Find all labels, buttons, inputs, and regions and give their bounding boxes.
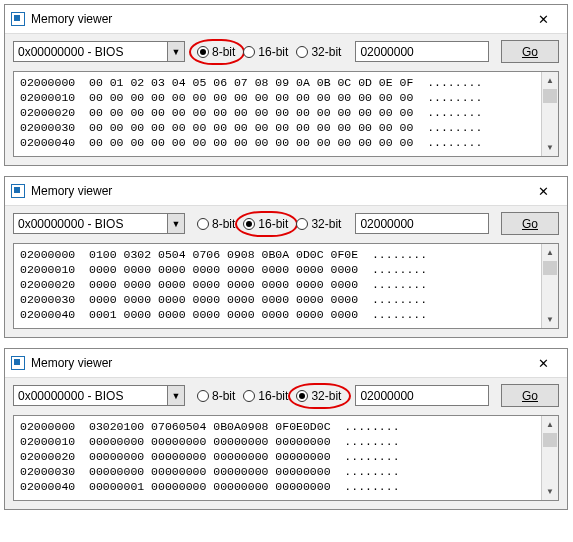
radio-16bit[interactable]: 16-bit bbox=[241, 388, 292, 404]
bit-width-radios: 8-bit16-bit32-bit bbox=[195, 388, 345, 404]
scroll-thumb[interactable] bbox=[543, 433, 557, 447]
memory-viewer-window: Memory viewer✕0x00000000 - BIOS▼8-bit16-… bbox=[4, 176, 568, 338]
radio-label: 16-bit bbox=[258, 217, 288, 231]
chevron-down-icon[interactable]: ▼ bbox=[167, 214, 184, 233]
address-input[interactable] bbox=[355, 213, 489, 234]
scroll-track[interactable] bbox=[542, 261, 558, 311]
window-title: Memory viewer bbox=[31, 184, 112, 198]
region-combo[interactable]: 0x00000000 - BIOS▼ bbox=[13, 385, 185, 406]
radio-label: 8-bit bbox=[212, 45, 235, 59]
hex-dump-area: 02000000 00 01 02 03 04 05 06 07 08 09 0… bbox=[13, 71, 559, 157]
scroll-thumb[interactable] bbox=[543, 261, 557, 275]
close-button[interactable]: ✕ bbox=[527, 181, 559, 201]
radio-icon bbox=[243, 218, 255, 230]
bit-width-radios: 8-bit16-bit32-bit bbox=[195, 44, 345, 60]
radio-icon bbox=[197, 390, 209, 402]
scroll-thumb[interactable] bbox=[543, 89, 557, 103]
radio-label: 16-bit bbox=[258, 45, 288, 59]
radio-icon bbox=[243, 390, 255, 402]
radio-label: 8-bit bbox=[212, 389, 235, 403]
scroll-up-icon[interactable]: ▲ bbox=[542, 72, 558, 89]
memory-viewer-window: Memory viewer✕0x00000000 - BIOS▼8-bit16-… bbox=[4, 4, 568, 166]
address-input[interactable] bbox=[355, 41, 489, 62]
scroll-up-icon[interactable]: ▲ bbox=[542, 416, 558, 433]
title-left: Memory viewer bbox=[11, 184, 112, 198]
region-combo-text: 0x00000000 - BIOS bbox=[14, 44, 167, 60]
window-title: Memory viewer bbox=[31, 356, 112, 370]
scroll-down-icon[interactable]: ▼ bbox=[542, 139, 558, 156]
hex-dump[interactable]: 02000000 0100 0302 0504 0706 0908 0B0A 0… bbox=[14, 244, 541, 328]
toolbar: 0x00000000 - BIOS▼8-bit16-bit32-bitGo bbox=[5, 206, 567, 243]
titlebar: Memory viewer✕ bbox=[5, 5, 567, 34]
scrollbar[interactable]: ▲▼ bbox=[541, 72, 558, 156]
address-input[interactable] bbox=[355, 385, 489, 406]
radio-icon bbox=[296, 46, 308, 58]
scroll-down-icon[interactable]: ▼ bbox=[542, 483, 558, 500]
scrollbar[interactable]: ▲▼ bbox=[541, 244, 558, 328]
window-title: Memory viewer bbox=[31, 12, 112, 26]
go-button-label: Go bbox=[522, 45, 538, 59]
hex-dump-area: 02000000 0100 0302 0504 0706 0908 0B0A 0… bbox=[13, 243, 559, 329]
scroll-track[interactable] bbox=[542, 89, 558, 139]
scroll-down-icon[interactable]: ▼ bbox=[542, 311, 558, 328]
app-icon bbox=[11, 12, 25, 26]
go-button[interactable]: Go bbox=[501, 212, 559, 235]
region-combo-text: 0x00000000 - BIOS bbox=[14, 216, 167, 232]
titlebar: Memory viewer✕ bbox=[5, 349, 567, 378]
radio-8bit[interactable]: 8-bit bbox=[195, 216, 239, 232]
radio-32bit[interactable]: 32-bit bbox=[294, 216, 345, 232]
radio-label: 8-bit bbox=[212, 217, 235, 231]
radio-label: 32-bit bbox=[311, 389, 341, 403]
title-left: Memory viewer bbox=[11, 12, 112, 26]
radio-icon bbox=[296, 390, 308, 402]
memory-viewer-window: Memory viewer✕0x00000000 - BIOS▼8-bit16-… bbox=[4, 348, 568, 510]
radio-16bit[interactable]: 16-bit bbox=[241, 44, 292, 60]
radio-label: 32-bit bbox=[311, 217, 341, 231]
region-combo[interactable]: 0x00000000 - BIOS▼ bbox=[13, 41, 185, 62]
scroll-up-icon[interactable]: ▲ bbox=[542, 244, 558, 261]
radio-8bit[interactable]: 8-bit bbox=[195, 388, 239, 404]
chevron-down-icon[interactable]: ▼ bbox=[167, 386, 184, 405]
radio-label: 16-bit bbox=[258, 389, 288, 403]
radio-icon bbox=[243, 46, 255, 58]
toolbar: 0x00000000 - BIOS▼8-bit16-bit32-bitGo bbox=[5, 378, 567, 415]
titlebar: Memory viewer✕ bbox=[5, 177, 567, 206]
close-button[interactable]: ✕ bbox=[527, 353, 559, 373]
close-button[interactable]: ✕ bbox=[527, 9, 559, 29]
radio-label: 32-bit bbox=[311, 45, 341, 59]
radio-icon bbox=[197, 218, 209, 230]
app-icon bbox=[11, 184, 25, 198]
radio-16bit[interactable]: 16-bit bbox=[241, 216, 292, 232]
go-button[interactable]: Go bbox=[501, 40, 559, 63]
radio-8bit[interactable]: 8-bit bbox=[195, 44, 239, 60]
region-combo[interactable]: 0x00000000 - BIOS▼ bbox=[13, 213, 185, 234]
hex-dump-area: 02000000 03020100 07060504 0B0A0908 0F0E… bbox=[13, 415, 559, 501]
scroll-track[interactable] bbox=[542, 433, 558, 483]
hex-dump[interactable]: 02000000 03020100 07060504 0B0A0908 0F0E… bbox=[14, 416, 541, 500]
radio-32bit[interactable]: 32-bit bbox=[294, 388, 345, 404]
app-icon bbox=[11, 356, 25, 370]
title-left: Memory viewer bbox=[11, 356, 112, 370]
chevron-down-icon[interactable]: ▼ bbox=[167, 42, 184, 61]
bit-width-radios: 8-bit16-bit32-bit bbox=[195, 216, 345, 232]
radio-icon bbox=[296, 218, 308, 230]
go-button-label: Go bbox=[522, 217, 538, 231]
go-button-label: Go bbox=[522, 389, 538, 403]
go-button[interactable]: Go bbox=[501, 384, 559, 407]
toolbar: 0x00000000 - BIOS▼8-bit16-bit32-bitGo bbox=[5, 34, 567, 71]
hex-dump[interactable]: 02000000 00 01 02 03 04 05 06 07 08 09 0… bbox=[14, 72, 541, 156]
radio-32bit[interactable]: 32-bit bbox=[294, 44, 345, 60]
radio-icon bbox=[197, 46, 209, 58]
region-combo-text: 0x00000000 - BIOS bbox=[14, 388, 167, 404]
scrollbar[interactable]: ▲▼ bbox=[541, 416, 558, 500]
